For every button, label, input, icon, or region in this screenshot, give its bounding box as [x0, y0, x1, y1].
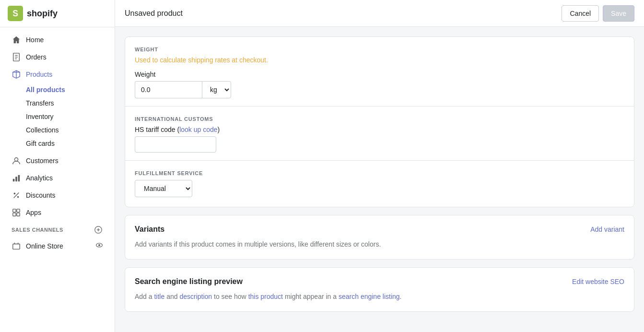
discounts-icon	[12, 190, 21, 200]
sidebar-item-orders[interactable]: Orders	[4, 48, 111, 66]
sidebar-discounts-label: Discounts	[26, 191, 55, 199]
orders-icon	[12, 52, 21, 62]
seo-description: Add a title and description to see how t…	[135, 292, 624, 302]
online-store-icon	[12, 241, 21, 251]
svg-rect-17	[13, 213, 16, 216]
sidebar-item-inventory[interactable]: Inventory	[4, 110, 111, 123]
edit-seo-link[interactable]: Edit website SEO	[572, 278, 624, 285]
fulfillment-divider	[125, 160, 634, 161]
save-button[interactable]: Save	[603, 5, 634, 22]
variants-card: Variants Add variant Add variants if thi…	[125, 215, 634, 260]
customs-section: INTERNATIONAL CUSTOMS HS tariff code (lo…	[135, 116, 624, 153]
sidebar-customers-label: Customers	[26, 157, 59, 165]
seo-desc-link[interactable]: description	[179, 293, 212, 300]
weight-unit-select[interactable]: kg lb oz g	[202, 81, 231, 98]
seo-card: Search engine listing preview Edit websi…	[125, 267, 634, 312]
sidebar: S shopify Home Orders Products A	[0, 0, 115, 332]
svg-rect-11	[18, 175, 20, 182]
seo-card-header: Search engine listing preview Edit websi…	[135, 277, 624, 286]
hs-label-text: HS tariff code	[135, 126, 176, 133]
seo-title: Search engine listing preview	[135, 277, 243, 286]
fulfillment-section: FULFILLMENT SERVICE Manual	[135, 170, 624, 197]
seo-title-link[interactable]: title	[154, 293, 164, 300]
svg-rect-22	[13, 244, 20, 249]
sidebar-item-online-store[interactable]: Online Store	[4, 238, 111, 254]
sidebar-item-apps[interactable]: Apps	[4, 204, 111, 221]
hs-label: HS tariff code (look up code)	[135, 126, 624, 133]
main-area: Unsaved product Cancel Save WEIGHT Used …	[115, 0, 644, 332]
weight-field-label: Weight	[135, 71, 624, 78]
customs-section-label: INTERNATIONAL CUSTOMS	[135, 116, 624, 122]
sales-channels-header: Sales Channels	[4, 221, 111, 238]
add-variant-link[interactable]: Add variant	[590, 225, 624, 233]
svg-rect-18	[17, 213, 20, 216]
sidebar-analytics-label: Analytics	[26, 174, 53, 182]
variants-description: Add variants if this product comes in mu…	[135, 239, 624, 249]
lookup-code-link[interactable]: look up code	[179, 126, 217, 133]
sidebar-item-home[interactable]: Home	[4, 31, 111, 48]
weight-input[interactable]	[135, 81, 202, 98]
home-icon	[12, 35, 21, 45]
weight-row: kg lb oz g	[135, 81, 624, 98]
sidebar-item-analytics[interactable]: Analytics	[4, 169, 111, 187]
shopify-logo-icon: S	[8, 6, 23, 21]
sidebar-item-gift-cards[interactable]: Gift cards	[4, 137, 111, 150]
weight-section-label: WEIGHT	[135, 47, 624, 52]
seo-product-link[interactable]: this product	[248, 293, 283, 300]
add-channel-button[interactable]	[94, 225, 103, 235]
sidebar-logo: S shopify	[0, 0, 115, 27]
online-store-label: Online Store	[26, 242, 63, 250]
products-subnav: All products Transfers Inventory Collect…	[0, 83, 115, 152]
sidebar-item-all-products[interactable]: All products	[4, 83, 111, 96]
cancel-button[interactable]: Cancel	[562, 5, 599, 22]
sidebar-navigation: Home Orders Products All products Transf…	[0, 27, 115, 332]
page-title: Unsaved product	[125, 9, 183, 18]
sales-channels-label: Sales Channels	[12, 227, 63, 233]
online-store-left: Online Store	[12, 241, 63, 251]
svg-rect-16	[17, 209, 20, 212]
sidebar-item-transfers[interactable]: Transfers	[4, 96, 111, 110]
eye-icon[interactable]	[95, 241, 103, 251]
svg-point-8	[14, 158, 18, 161]
top-bar-actions: Cancel Save	[562, 5, 634, 22]
card-divider	[125, 106, 634, 107]
sidebar-item-products[interactable]: Products	[4, 66, 111, 83]
shipping-card: WEIGHT Used to calculate shipping rates …	[125, 36, 634, 207]
svg-point-13	[17, 196, 19, 198]
weight-description: Used to calculate shipping rates at chec…	[135, 56, 624, 64]
analytics-icon	[12, 173, 21, 183]
sidebar-apps-label: Apps	[26, 209, 41, 216]
svg-text:S: S	[12, 9, 18, 18]
variants-title: Variants	[135, 225, 164, 234]
svg-rect-9	[13, 179, 15, 181]
hs-tariff-input[interactable]	[135, 136, 216, 153]
shopify-logo-text: shopify	[27, 9, 58, 19]
sidebar-home-label: Home	[26, 36, 44, 44]
fulfillment-select[interactable]: Manual	[135, 180, 192, 197]
products-icon	[12, 70, 21, 79]
top-bar: Unsaved product Cancel Save	[115, 0, 644, 27]
svg-rect-10	[15, 177, 17, 181]
sidebar-item-collections[interactable]: Collections	[4, 123, 111, 137]
sidebar-products-label: Products	[26, 71, 52, 78]
svg-rect-15	[13, 209, 16, 212]
sidebar-item-discounts[interactable]: Discounts	[4, 187, 111, 204]
sidebar-item-customers[interactable]: Customers	[4, 152, 111, 169]
variants-card-header: Variants Add variant	[135, 225, 624, 234]
sidebar-orders-label: Orders	[26, 53, 47, 61]
content-area: WEIGHT Used to calculate shipping rates …	[115, 27, 644, 332]
seo-engine-link[interactable]: search engine listing	[339, 293, 400, 300]
svg-point-26	[98, 244, 100, 246]
apps-icon	[12, 208, 21, 217]
svg-point-12	[14, 193, 16, 195]
customers-icon	[12, 156, 21, 166]
fulfillment-section-label: FULFILLMENT SERVICE	[135, 170, 624, 176]
